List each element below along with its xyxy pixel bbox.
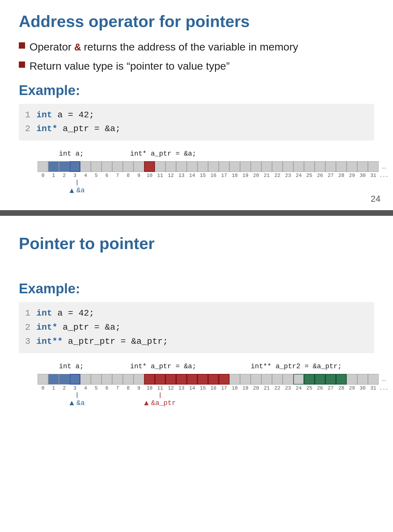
mem-num-2-2: 2 bbox=[59, 386, 70, 391]
mem-num-2-0: 0 bbox=[38, 386, 48, 391]
mem-num-1-2: 2 bbox=[59, 173, 70, 178]
mem-num-2-30: 30 bbox=[357, 386, 368, 391]
arrow-line-1 bbox=[77, 180, 77, 185]
mem-num-1-13: 13 bbox=[176, 173, 187, 178]
mem-cell-2-27 bbox=[325, 374, 336, 385]
bullet-2: Return value type is “pointer to value t… bbox=[19, 59, 374, 73]
code-rest-2: a_ptr = &a; bbox=[57, 124, 121, 134]
mem-num-2-23: 23 bbox=[283, 386, 293, 391]
mem-num-1-21: 21 bbox=[261, 173, 272, 178]
mem-cell-1-23 bbox=[283, 161, 293, 172]
mem-num-2-12: 12 bbox=[165, 386, 176, 391]
mem-cell-1-10 bbox=[144, 161, 155, 172]
mem-cell-2-3 bbox=[70, 374, 80, 385]
mem-num-1-17: 17 bbox=[219, 173, 229, 178]
code-content-1: int a = 42; bbox=[36, 108, 94, 122]
arrow-label-aptr-2: &a_ptr bbox=[144, 399, 176, 407]
mem-num-1-28: 28 bbox=[336, 173, 347, 178]
kw-intptr-1: int* bbox=[36, 124, 57, 134]
arrow-row-1: &a bbox=[70, 180, 374, 194]
example-label-2: Example: bbox=[19, 281, 374, 296]
mem-num-1-8: 8 bbox=[123, 173, 134, 178]
mem-cell-2-7 bbox=[112, 374, 123, 385]
arrow-up-icon-1 bbox=[70, 189, 74, 193]
mem-cell-2-13 bbox=[176, 374, 187, 385]
mem-num-1-22: 22 bbox=[272, 173, 283, 178]
mem-cell-2-4 bbox=[80, 374, 91, 385]
mem-num-1-6: 6 bbox=[102, 173, 112, 178]
bullet-icon-1 bbox=[19, 42, 25, 49]
mem-num-1-24: 24 bbox=[293, 173, 304, 178]
mem-num-2-22: 22 bbox=[272, 386, 283, 391]
mem-n-1: n bbox=[389, 161, 393, 172]
mem-cell-1-26 bbox=[315, 161, 325, 172]
slide-1: Address operator for pointers Operator &… bbox=[0, 0, 393, 210]
mem-num-2-26: 26 bbox=[315, 386, 325, 391]
mem-cell-2-10 bbox=[144, 374, 155, 385]
arrow-label-1: &a bbox=[70, 187, 85, 194]
mem-num-2-8: 8 bbox=[123, 386, 134, 391]
mem-num-2-9: 9 bbox=[134, 386, 144, 391]
mem-cell-2-29 bbox=[347, 374, 357, 385]
mem-cell-2-15 bbox=[197, 374, 208, 385]
code-line-2-2: 2 int* a_ptr = &a; bbox=[25, 321, 368, 335]
mem-cell-1-20 bbox=[251, 161, 261, 172]
mem-cell-2-0 bbox=[38, 374, 48, 385]
mem-num-1-11: 11 bbox=[155, 173, 165, 178]
kw-intptr-2: int* bbox=[36, 322, 57, 332]
mem-cell-2-16 bbox=[208, 374, 219, 385]
code-rest-2-2: a_ptr = &a; bbox=[57, 322, 121, 332]
mem-num-1-30: 30 bbox=[357, 173, 368, 178]
code-content-2-3: int** a_ptr_ptr = &a_ptr; bbox=[36, 335, 168, 349]
arrow-label-a-2: &a bbox=[70, 399, 85, 407]
mem-num-2-31: 31 bbox=[368, 386, 379, 391]
arrow-line-aptr-2 bbox=[160, 392, 160, 398]
mem-num-2-10: 10 bbox=[144, 386, 155, 391]
mem-cell-1-29 bbox=[347, 161, 357, 172]
mem-num-1-29: 29 bbox=[347, 173, 357, 178]
mem-num-2-18: 18 bbox=[229, 386, 240, 391]
mem-cell-2-8 bbox=[123, 374, 134, 385]
mem-cell-1-3 bbox=[70, 161, 80, 172]
line-num-2-1: 1 bbox=[25, 306, 31, 321]
mem-label-aptr-1: int* a_ptr = &a; bbox=[130, 150, 196, 158]
mem-num-2-27: 27 bbox=[325, 386, 336, 391]
mem-num-2-16: 16 bbox=[208, 386, 219, 391]
mem-num-2-5: 5 bbox=[91, 386, 102, 391]
slide1-title: Address operator for pointers bbox=[19, 13, 374, 30]
mem-label-row-2: int a; int* a_ptr = &a; int** a_ptr2 = &… bbox=[38, 363, 374, 374]
mem-cell-1-8 bbox=[123, 161, 134, 172]
code-line-2: 2 int* a_ptr = &a; bbox=[25, 122, 368, 136]
kw-intptrptr-2: int** bbox=[36, 337, 63, 346]
mem-cell-2-20 bbox=[251, 374, 261, 385]
slide2-title: Pointer to pointer bbox=[19, 235, 374, 253]
mem-cells-1: ...n bbox=[38, 161, 374, 172]
code-line-2-1: 1 int a = 42; bbox=[25, 306, 368, 321]
mem-cell-2-6 bbox=[102, 374, 112, 385]
line-num-2-2: 2 bbox=[25, 321, 31, 335]
mem-num-ell-2: ... bbox=[379, 386, 389, 391]
mem-cell-2-18 bbox=[229, 374, 240, 385]
mem-cell-2-25 bbox=[304, 374, 315, 385]
arrow-line-a-2 bbox=[77, 392, 77, 398]
code-rest-2-1: a = 42; bbox=[52, 308, 94, 318]
mem-num-2-20: 20 bbox=[251, 386, 261, 391]
mem-cell-1-5 bbox=[91, 161, 102, 172]
mem-num-1-1: 1 bbox=[48, 173, 59, 178]
code-line-1: 1 int a = 42; bbox=[25, 108, 368, 122]
mem-n-2: n bbox=[389, 374, 393, 385]
mem-num-2-11: 11 bbox=[155, 386, 165, 391]
code-content-2: int* a_ptr = &a; bbox=[36, 122, 121, 136]
bullet-icon-2 bbox=[19, 61, 25, 68]
mem-num-1-9: 9 bbox=[134, 173, 144, 178]
arrow-container-a-2: &a bbox=[70, 392, 85, 407]
mem-nums-1: 0123456789101112131415161718192021222324… bbox=[38, 173, 374, 178]
mem-num-2-24: 24 bbox=[293, 386, 304, 391]
bullet-1-text: Operator & returns the address of the va… bbox=[29, 40, 298, 55]
example-label-1: Example: bbox=[19, 82, 374, 98]
mem-cells-2: ...n bbox=[38, 374, 374, 385]
bullet-1: Operator & returns the address of the va… bbox=[19, 40, 374, 55]
memory-diagram-1: int a; int* a_ptr = &a; ...n 01234567891… bbox=[38, 150, 374, 194]
mem-cell-2-21 bbox=[261, 374, 272, 385]
mem-num-2-21: 21 bbox=[261, 386, 272, 391]
